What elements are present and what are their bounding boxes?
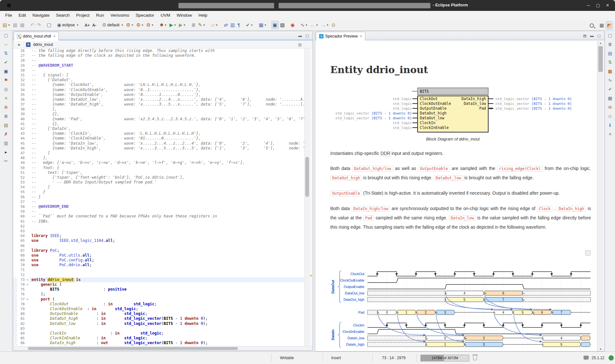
run-garbage-collector-icon[interactable] <box>473 356 477 360</box>
code-line-68[interactable]: 68use PoC.utils.all; <box>13 253 305 258</box>
code-line-64[interactable]: 64library IEEE; <box>13 233 305 238</box>
code-line-56[interactable]: 56-- } <box>13 195 305 199</box>
code-line-58[interactable]: 58-- @WAVEDROM_END <box>13 204 305 209</box>
compare-button[interactable]: ⇄ <box>223 21 229 29</box>
open-folder-button[interactable]: ▱▼ <box>210 21 219 29</box>
save-button[interactable]: ▦ <box>12 21 18 29</box>
tasks-shortcut[interactable]: ≡ <box>0 94 12 103</box>
table-view-button[interactable]: ▦▼ <box>258 21 267 29</box>
todo-view-shortcut[interactable]: ✔ <box>605 85 615 94</box>
code-line-77[interactable]: 77⊖ port ( <box>13 297 305 302</box>
close-button[interactable]: ✕ <box>603 2 612 9</box>
doc-view-shortcut[interactable]: ▤ <box>605 49 615 58</box>
code-line-36[interactable]: 36-- {name: 'DataOut_low', wave: 'x.....… <box>13 97 305 102</box>
code-line-51[interactable]: 51-- text: ['tspan', <box>13 170 305 175</box>
dropdown-arrow-icon[interactable]: ▼ <box>203 24 205 27</box>
problems-shortcut[interactable]: ✗ <box>0 130 12 139</box>
outline-shortcut[interactable]: ≣ <box>0 112 12 121</box>
code-line-63[interactable]: 63 <box>13 229 305 233</box>
dropdown-arrow-icon[interactable]: ▼ <box>215 24 218 27</box>
trace-button[interactable]: ≣ <box>191 21 197 29</box>
code-line-34[interactable]: 34-- {name: 'ClockOutEnable', wave: '0..… <box>13 88 305 92</box>
code-line-53[interactable]: 53-- ' -- DDR Data Input/Output sampled … <box>13 180 305 185</box>
undo-button[interactable]: ↶ <box>29 21 35 29</box>
code-line-30[interactable]: 30-- <box>13 68 305 73</box>
code-line-27[interactable]: 27-- the falling edge of the clock as de… <box>13 53 305 58</box>
layers-view-shortcut[interactable]: ▩ <box>605 94 615 103</box>
code-line-74[interactable]: 74⊖ generic ( <box>13 282 305 287</box>
code-line-67[interactable]: 67library PoC; <box>13 248 305 253</box>
scrollbar-thumb[interactable] <box>28 347 238 350</box>
code-line-81[interactable]: 81 DataOut_high : in std_logic_vector(BI… <box>13 316 305 321</box>
code-line-62[interactable]: 62 <box>13 224 305 229</box>
status-indicator-icon[interactable] <box>609 355 614 360</box>
code-line-41[interactable]: 41-- {}, <box>13 122 305 126</box>
code-line-31[interactable]: 31-- { signal: [ <box>13 73 305 78</box>
console-shell-button[interactable]: ▢ <box>46 21 52 29</box>
dropdown-arrow-icon[interactable]: ▼ <box>131 24 134 27</box>
compile-config-button[interactable]: ◉eclipse▼ <box>56 21 80 29</box>
code-line-39[interactable]: 39-- {}, <box>13 112 305 116</box>
menu-run[interactable]: Run <box>93 11 107 20</box>
occurrence-marker[interactable] <box>310 275 312 276</box>
format-brush-button[interactable]: ✎▼ <box>197 21 206 29</box>
recompile-incremental-button[interactable]: ⚙▼ <box>135 21 144 29</box>
close-tab-icon[interactable]: × <box>360 34 362 38</box>
menu-navigate[interactable]: Navigate <box>29 11 53 20</box>
minimize-button[interactable]: ─ <box>584 2 593 9</box>
code-line-43[interactable]: 43-- {name: 'ClockIn', wave: 'L.H.L.H.L.… <box>13 131 305 136</box>
signals-view-shortcut[interactable]: ⊖ <box>605 103 615 112</box>
show-whitespace-button[interactable]: ¶ <box>237 21 241 29</box>
menu-specador[interactable]: Specador <box>132 11 157 20</box>
code-line-52[interactable]: 52-- ['tspan', {'font-weight': 'bold'}, … <box>13 175 305 180</box>
minimize-editor-button[interactable]: ▬ <box>297 33 304 38</box>
code-line-55[interactable]: 55-- } <box>13 190 305 194</box>
menu-help[interactable]: Help <box>195 11 211 20</box>
breadcrumb-expand-icon[interactable]: ▶ <box>18 43 20 46</box>
expand-waveform-icon[interactable] <box>585 250 591 256</box>
code-line-32[interactable]: 32-- ['DataOut', <box>13 78 305 82</box>
search-shortcut[interactable]: ◎ <box>0 85 12 94</box>
help-lifesaver-button[interactable]: ◉ <box>290 21 296 29</box>
maximize-button[interactable]: ▢ <box>594 2 602 9</box>
checks-shortcut[interactable]: ✔ <box>0 58 12 67</box>
code-line-70[interactable]: 70use PoC.ddrio.all; <box>13 263 305 267</box>
editor-horizontal-scrollbar[interactable] <box>13 346 313 351</box>
scroll-up-icon[interactable]: ▲ <box>597 42 604 44</box>
code-line-54[interactable]: 54-- ] <box>13 185 305 190</box>
code-line-40[interactable]: 40-- {name: 'Pad', wave: 'x2.3.4.5.z...2… <box>13 117 305 122</box>
editor-vertical-scrollbar[interactable] <box>304 48 310 346</box>
debug-button[interactable]: ✹▼ <box>159 21 168 29</box>
close-doc-button[interactable]: ▨ <box>279 21 286 29</box>
save-all-button[interactable]: ▩ <box>19 21 25 29</box>
preview-scrollbar[interactable]: ▲ ▼ <box>597 41 604 351</box>
fold-collapse-icon[interactable]: ⊖ <box>25 277 30 282</box>
tab-ddrio-inout-vhdl[interactable]: V ddrio_inout.vhdl × <box>14 32 59 40</box>
menu-edit[interactable]: Edit <box>15 11 29 20</box>
dropdown-arrow-icon[interactable]: ▼ <box>305 24 308 27</box>
dropdown-arrow-icon[interactable]: ▼ <box>251 24 253 27</box>
code-line-71[interactable]: 71 <box>13 267 305 272</box>
code-line-46[interactable]: 46-- {name: 'DataIn_high', wave: 'x.....… <box>13 146 305 151</box>
dropdown-arrow-icon[interactable]: ▼ <box>183 24 186 27</box>
app-menu-icon[interactable] <box>6 3 12 8</box>
pin-editor-button[interactable]: ⊙ <box>330 21 336 29</box>
fold-collapse-icon[interactable]: ⊖ <box>25 282 30 287</box>
console-shortcut[interactable]: ▣ <box>0 67 12 76</box>
code-line-42[interactable]: 42-- ['DataIn', <box>13 126 305 131</box>
heap-status[interactable]: 1478M of 3072M <box>420 355 469 361</box>
copy-doc-button[interactable]: ▥ <box>230 21 236 29</box>
code-line-59[interactable]: 59-- <box>13 209 305 214</box>
build-config-button[interactable]: ⚙default▼ <box>101 21 125 29</box>
recompile-button[interactable]: ⚙▼ <box>125 21 134 29</box>
back-nav-button[interactable]: ←▼ <box>309 21 319 29</box>
code-line-50[interactable]: 50-- foot: { <box>13 165 305 170</box>
project-explorer-shortcut[interactable]: ▱ <box>0 40 12 49</box>
maximize-editor-button[interactable]: ▢ <box>304 33 311 38</box>
code-line-69[interactable]: 69use PoC.config.all; <box>13 258 305 263</box>
code-line-86[interactable]: 86 DataIn_high : out std_logic_vector(BI… <box>13 341 305 345</box>
dropdown-arrow-icon[interactable]: ▼ <box>326 24 329 27</box>
dropdown-arrow-icon[interactable]: ▼ <box>164 24 167 27</box>
waveform-view-shortcut[interactable]: ∿ <box>605 76 615 85</box>
code-line-72[interactable]: 72 <box>13 273 305 277</box>
